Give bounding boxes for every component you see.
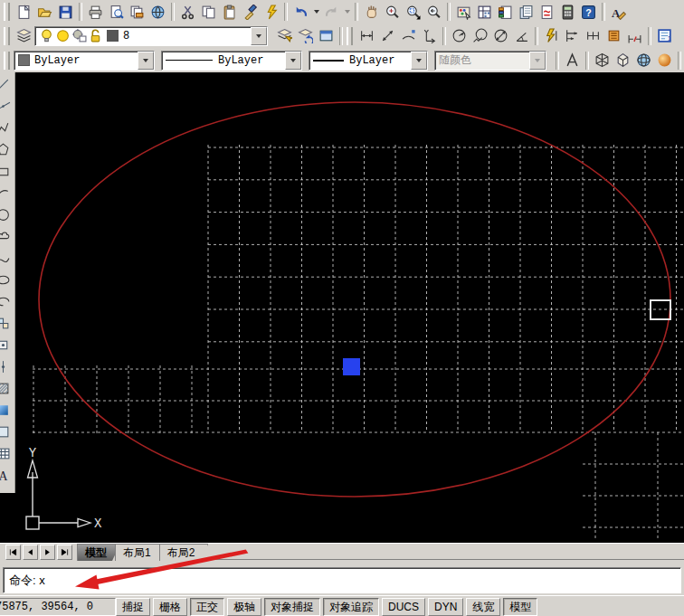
coordinate-readout[interactable]: 75875, 39564, 0 [0,598,116,616]
linetype-control-dropdown[interactable]: ByLayer [161,51,302,71]
plot-button[interactable] [85,3,106,22]
dim-angular-button[interactable] [511,26,532,45]
table-button[interactable] [0,444,14,463]
visual-style-conceptual-button[interactable] [654,51,675,70]
snap-toggle[interactable]: 捕捉 [116,598,150,616]
line-button[interactable] [0,75,14,94]
model-space-toggle[interactable]: 模型 [503,598,537,616]
pan-button[interactable] [361,3,382,22]
undo-dropdown[interactable] [311,3,321,22]
construction-line-button[interactable] [0,97,14,116]
match-properties-button[interactable] [240,3,261,22]
sheet-set-manager-button[interactable] [516,3,537,22]
zoom-window-button[interactable] [403,3,423,22]
tab-nav-next[interactable] [40,545,55,560]
toolbar-grip[interactable] [4,27,10,45]
dim-break-button[interactable] [624,26,645,45]
designcenter-button[interactable] [474,3,495,22]
quickcalc-button[interactable] [557,3,578,22]
tab-model[interactable]: 模型 [77,544,120,561]
dim-continue-button[interactable] [583,26,603,45]
undo-button[interactable] [290,3,311,22]
layer-thaw-sun-icon[interactable] [55,28,71,43]
tab-layout2[interactable]: 布局2 [159,544,209,561]
properties-palette-button[interactable] [453,3,474,22]
polar-toggle[interactable]: 极轴 [227,598,261,616]
ducs-toggle[interactable]: DUCS [382,598,425,616]
osnap-toggle[interactable]: 对象捕捉 [264,598,320,616]
tab-nav-last[interactable] [57,545,72,560]
toolbar-grip[interactable] [347,27,353,45]
spline-button[interactable] [0,249,14,268]
model-space-view[interactable]: YX [0,72,684,543]
point-button[interactable] [0,357,14,376]
hatch-button[interactable] [0,379,14,398]
visual-style-3d-hidden-button[interactable] [613,51,633,70]
layer-on-bulb-icon[interactable] [39,28,54,43]
make-object-layer-current-button[interactable] [274,26,295,45]
toolbar-grip[interactable] [4,3,10,21]
quick-dimension-button[interactable] [541,26,562,45]
dim-style-button[interactable]: 1 [654,26,675,45]
dim-space-button[interactable] [603,26,624,45]
paste-button[interactable] [219,3,240,22]
web-publish-button[interactable] [147,3,168,22]
dim-radius-button[interactable] [449,26,470,45]
arc-button[interactable] [0,184,14,203]
layer-freeze-viewport-icon[interactable] [71,28,87,43]
tab-nav-previous[interactable] [23,545,38,560]
dyn-toggle[interactable]: DYN [428,598,463,616]
lineweight-toggle[interactable]: 线宽 [466,598,500,616]
save-button[interactable] [55,3,76,22]
block-editor-button[interactable] [261,3,281,22]
dim-aligned-button[interactable] [377,26,398,45]
tab-nav-first[interactable] [5,545,21,560]
tool-palettes-button[interactable] [495,3,516,22]
ellipse-arc-button[interactable] [0,292,14,311]
open-button[interactable] [34,3,55,22]
layer-dropdown-caret[interactable] [251,27,267,45]
otrack-toggle[interactable]: 对象追踪 [323,598,379,616]
linetype-dropdown-caret[interactable] [285,52,301,70]
new-button[interactable] [14,3,34,22]
tab-layout1[interactable]: 布局1 [115,544,165,561]
lineweight-control-dropdown[interactable]: ByLayer [309,51,428,71]
layer-states-button[interactable] [316,26,337,45]
visual-style-realistic-button[interactable] [633,51,654,70]
drawing-area-background[interactable] [14,72,684,543]
edit-text-button[interactable]: A [608,3,629,22]
dim-jogged-button[interactable] [470,26,490,45]
layer-properties-manager-button[interactable] [14,26,34,45]
layer-control-dropdown[interactable]: 8 [34,26,268,46]
toolbar-grip[interactable] [4,52,10,70]
markup-set-manager-button[interactable] [537,3,557,22]
mtext-button[interactable]: A [0,466,14,485]
ortho-toggle[interactable]: 正交 [190,598,224,616]
command-line-input[interactable]: 命令: x [3,567,681,593]
rectangle-button[interactable] [0,162,14,181]
dim-linear-button[interactable] [356,26,377,45]
blue-solid-square-object[interactable] [343,358,360,375]
layer-unlock-icon[interactable] [88,28,103,43]
help-button[interactable]: ? [578,3,599,22]
ellipse-button[interactable] [0,270,14,289]
publish-button[interactable] [127,3,147,22]
gradient-button[interactable] [0,401,14,420]
plot-preview-button[interactable] [106,3,127,22]
revision-cloud-button[interactable] [0,227,14,246]
zoom-previous-button[interactable] [423,3,444,22]
region-button[interactable] [0,422,14,441]
polyline-button[interactable] [0,118,14,137]
visual-style-3d-wireframe-button[interactable] [592,51,613,70]
polygon-button[interactable] [0,140,14,159]
insert-block-button[interactable] [0,314,14,333]
grid-toggle[interactable]: 栅格 [153,598,187,616]
color-dropdown-caret[interactable] [138,52,154,70]
zoom-realtime-button[interactable] [382,3,403,22]
circle-button[interactable] [0,205,14,224]
cut-button[interactable] [177,3,198,22]
drawing-canvas[interactable]: YX [0,72,684,543]
dim-baseline-button[interactable] [562,26,583,45]
dim-diameter-button[interactable] [490,26,511,45]
dim-arc-length-button[interactable] [398,26,419,45]
